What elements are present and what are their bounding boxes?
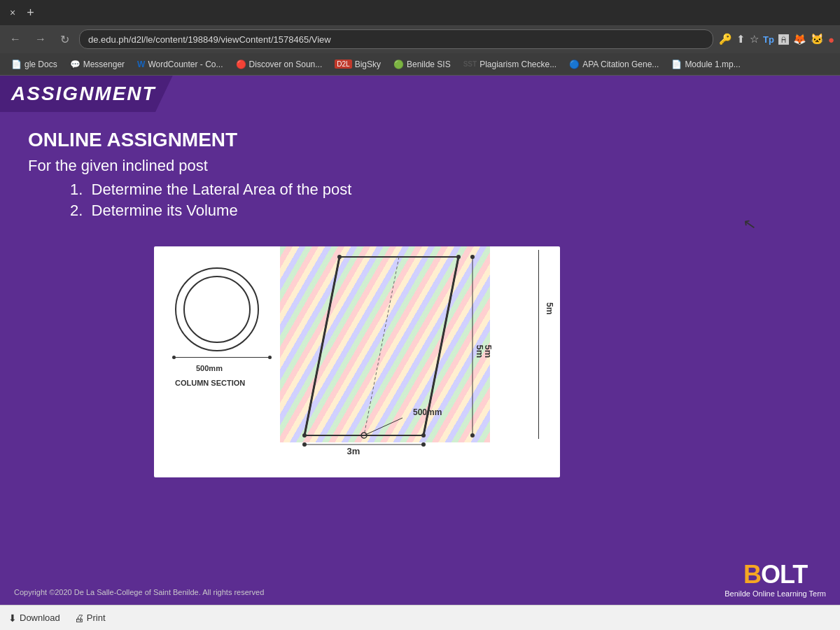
assignment-item-1: 1. Determine the Lateral Area of the pos…	[70, 181, 812, 199]
diagram-container: 500mm COLUMN SECTION 3m	[154, 246, 560, 477]
bookmark-apa[interactable]: 🔵 APA Citation Gene...	[564, 57, 664, 71]
bottom-bar: ⬇ Download 🖨 Print	[0, 605, 840, 630]
svg-line-3	[304, 257, 340, 435]
lock-icon: 🔑	[719, 33, 732, 46]
bookmark-messenger[interactable]: 💬 Messenger	[64, 57, 130, 71]
tab-bar: × +	[0, 0, 840, 25]
plagiarism-icon: SST	[463, 60, 477, 68]
wordcounter-icon: W	[137, 59, 145, 69]
page-content: ASSIGNMENT ONLINE ASSIGNMENT For the giv…	[0, 76, 840, 605]
module-icon: 📄	[671, 59, 682, 69]
bookmark-bigsky[interactable]: D2L BigSky	[329, 57, 386, 71]
svg-text:500mm: 500mm	[413, 407, 442, 417]
fox-icon: 🦊	[793, 33, 806, 46]
svg-point-21	[421, 433, 426, 438]
print-button[interactable]: 🖨 Print	[74, 612, 106, 624]
cat-icon: 🐱	[811, 33, 824, 46]
svg-point-8	[421, 442, 426, 447]
bolt-logo-text: BOLT	[724, 560, 826, 589]
forward-button[interactable]: →	[31, 31, 50, 47]
right-border-line	[538, 250, 539, 439]
discover-icon: 🔴	[236, 59, 246, 69]
address-bar-row: ← → ↻ 🔑 ⬆ ☆ Tp 🅰 🦊 🐱 ●	[0, 25, 840, 53]
svg-point-20	[302, 433, 307, 438]
red-circle-icon: ●	[828, 34, 834, 46]
svg-point-11	[470, 255, 475, 259]
upload-icon: ⬆	[736, 33, 746, 46]
bookmark-benilde-sis[interactable]: 🟢 Benilde SIS	[388, 57, 456, 71]
tp-icon: Tp	[763, 34, 774, 45]
back-button[interactable]: ←	[6, 31, 25, 47]
bookmark-plagiarism[interactable]: SST Plagiarism Checke...	[458, 57, 563, 71]
svg-point-18	[337, 255, 342, 259]
tab-close-button[interactable]: ×	[6, 7, 20, 18]
download-button[interactable]: ⬇ Download	[8, 612, 60, 624]
online-assignment-title: ONLINE ASSIGNMENT	[28, 129, 812, 151]
apa-icon: 🔵	[569, 59, 580, 69]
bookmark-star-icon[interactable]: ☆	[750, 33, 759, 46]
address-input[interactable]	[79, 29, 713, 49]
bookmark-gle-docs[interactable]: 📄 gle Docs	[6, 57, 63, 71]
reload-button[interactable]: ↻	[56, 31, 74, 48]
column-section: 500mm COLUMN SECTION	[175, 267, 259, 351]
inclined-post-diagram: 3m 5m 5m 500mm	[262, 250, 536, 456]
download-icon: ⬇	[8, 612, 17, 624]
bookmark-module[interactable]: 📄 Module 1.mp...	[666, 57, 746, 71]
svg-text:3m: 3m	[347, 446, 360, 456]
assignment-item-2: 2. Determine its Volume	[70, 202, 812, 220]
svg-point-7	[302, 442, 307, 447]
dim-5m-label: 5m	[545, 302, 554, 314]
copyright-text: Copyright ©2020 De La Salle-College of S…	[14, 588, 264, 596]
browser-chrome: × + ← → ↻ 🔑 ⬆ ☆ Tp 🅰 🦊 🐱 ● 📄 gle Docs 💬 …	[0, 0, 840, 76]
column-section-label: COLUMN SECTION	[175, 376, 245, 388]
svg-line-5	[364, 257, 399, 435]
bookmarks-bar: 📄 gle Docs 💬 Messenger W WordCounter - C…	[0, 53, 840, 76]
bolt-logo: BOLT Benilde Online Learning Term	[724, 560, 826, 598]
assignment-subtitle: For the given inclined post	[28, 157, 812, 175]
new-tab-button[interactable]: +	[22, 6, 38, 20]
bookmark-wordcounter[interactable]: W WordCounter - Co...	[132, 57, 228, 71]
bigsky-icon: D2L	[335, 59, 351, 69]
assignment-header: ASSIGNMENT	[0, 76, 173, 112]
circle-inner	[183, 276, 251, 343]
circle-outer	[175, 267, 259, 351]
bolt-subtitle: Benilde Online Learning Term	[724, 589, 826, 598]
dim-500mm-label: 500mm	[196, 361, 223, 374]
docs-icon: 📄	[11, 59, 22, 69]
print-icon: 🖨	[74, 612, 84, 624]
svg-point-19	[456, 255, 461, 259]
svg-text:5m: 5m	[475, 345, 485, 358]
svg-point-12	[470, 433, 475, 438]
extensions-icon: 🅰	[778, 34, 789, 46]
messenger-icon: 💬	[70, 59, 80, 69]
bookmark-discover[interactable]: 🔴 Discover on Soun...	[230, 57, 328, 71]
assignment-title: ASSIGNMENT	[11, 83, 156, 104]
benilde-sis-icon: 🟢	[393, 59, 404, 69]
dim-line-horiz	[176, 357, 268, 358]
browser-icons: 🔑 ⬆ ☆ Tp 🅰 🦊 🐱 ●	[719, 33, 834, 46]
svg-line-16	[364, 418, 402, 435]
main-text-area: ONLINE ASSIGNMENT For the given inclined…	[0, 112, 840, 239]
